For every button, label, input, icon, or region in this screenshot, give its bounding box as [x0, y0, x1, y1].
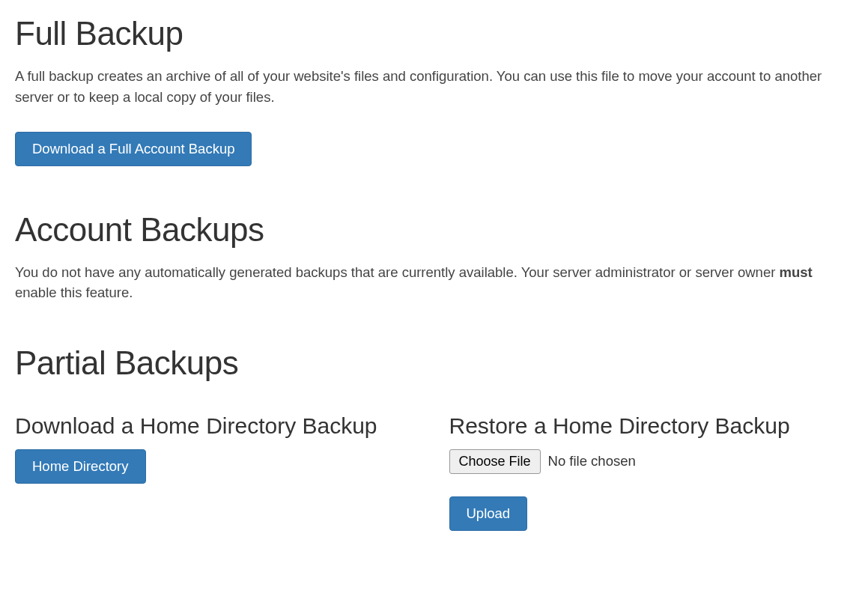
choose-file-button[interactable]: Choose File: [449, 449, 541, 474]
account-backups-desc-pre: You do not have any automatically genera…: [15, 264, 779, 280]
full-backup-title: Full Backup: [15, 15, 853, 52]
download-home-directory-title: Download a Home Directory Backup: [15, 412, 419, 440]
restore-home-directory-title: Restore a Home Directory Backup: [449, 412, 854, 440]
account-backups-title: Account Backups: [15, 211, 853, 249]
full-backup-description: A full backup creates an archive of all …: [15, 66, 853, 108]
home-directory-button[interactable]: Home Directory: [15, 449, 146, 484]
account-backups-desc-post: enable this feature.: [15, 285, 133, 300]
account-backups-desc-strong: must: [779, 264, 812, 280]
upload-button[interactable]: Upload: [449, 496, 528, 531]
account-backups-description: You do not have any automatically genera…: [15, 262, 853, 304]
download-full-account-backup-button[interactable]: Download a Full Account Backup: [15, 132, 252, 166]
partial-backups-title: Partial Backups: [15, 344, 853, 382]
no-file-chosen-text: No file chosen: [548, 453, 636, 469]
